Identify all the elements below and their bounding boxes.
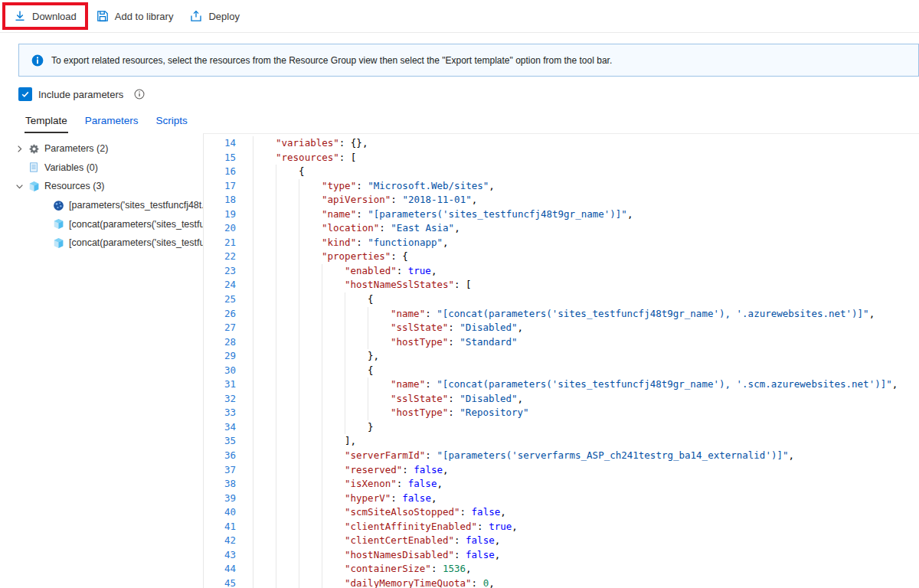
line-number: 35 xyxy=(204,434,253,449)
line-number: 18 xyxy=(204,193,253,207)
token-str: "[concat(parameters('sites_testfuncfj48t… xyxy=(437,308,868,319)
tab-parameters[interactable]: Parameters xyxy=(85,115,139,133)
cube-icon xyxy=(28,181,44,192)
tab-scripts[interactable]: Scripts xyxy=(156,115,188,133)
indent-guide xyxy=(253,406,276,420)
code-text: "dailyMemoryTimeQuota": 0, xyxy=(253,577,495,588)
gear-icon xyxy=(28,143,44,155)
token-key: "reserved" xyxy=(345,464,402,475)
code-line: 30{ xyxy=(204,364,919,378)
indent-guide xyxy=(299,562,322,577)
tree-item[interactable]: [parameters('sites_testfuncfj48t... xyxy=(0,196,203,215)
indent-guide xyxy=(253,292,276,307)
indent-guide xyxy=(253,136,276,151)
indent-guide xyxy=(253,505,276,520)
token-punc: , xyxy=(472,194,478,205)
info-outline-icon[interactable] xyxy=(134,89,145,100)
chevron-right-icon[interactable] xyxy=(15,145,28,153)
token-punc: : xyxy=(379,222,391,234)
indent-guide xyxy=(299,577,322,588)
indent-guide xyxy=(322,562,345,577)
indent-guide xyxy=(253,449,276,463)
token-bool: false xyxy=(408,478,437,489)
code-line: 14"variables": {}, xyxy=(204,136,919,151)
token-str: "[parameters('sites_testfuncfj48t9gr_nam… xyxy=(368,208,627,220)
tree-item[interactable]: Variables (0) xyxy=(0,158,203,178)
token-punc: , xyxy=(431,492,437,504)
line-number: 37 xyxy=(204,463,253,478)
chevron-down-icon[interactable] xyxy=(15,182,28,191)
line-number: 40 xyxy=(204,505,253,520)
template-code-editor[interactable]: 14"variables": {},15"resources": [16{17"… xyxy=(203,133,919,588)
code-line: 23"enabled": true, xyxy=(204,264,919,279)
indent-guide xyxy=(322,477,345,492)
indent-guide xyxy=(345,321,368,335)
code-text: "enabled": true, xyxy=(253,264,437,279)
indent-guide xyxy=(322,307,345,322)
token-punc: , xyxy=(495,534,501,546)
indent-guide xyxy=(276,377,299,392)
token-str: "2018-11-01" xyxy=(402,194,471,205)
token-punc: , xyxy=(443,237,449,248)
indent-guide xyxy=(276,577,299,588)
indent-guide xyxy=(322,520,345,534)
indent-guide xyxy=(276,534,299,548)
indent-guide xyxy=(276,349,299,364)
token-punc: , xyxy=(892,378,898,390)
add-to-library-button[interactable]: Add to library xyxy=(88,4,182,28)
code-text: "isXenon": false, xyxy=(253,477,443,492)
token-punc: { xyxy=(299,165,305,177)
token-punc: : xyxy=(391,194,402,205)
indent-guide xyxy=(253,434,276,449)
indent-guide xyxy=(253,236,276,250)
indent-guide xyxy=(276,193,299,207)
tab-template[interactable]: Template xyxy=(25,115,67,133)
line-number: 26 xyxy=(204,307,253,322)
code-text: "containerSize": 1536, xyxy=(253,562,472,577)
indent-guide xyxy=(345,349,368,364)
indent-guide xyxy=(253,534,276,548)
token-key: "containerSize" xyxy=(345,563,431,574)
deploy-button[interactable]: Deploy xyxy=(182,4,247,28)
code-text: "hostNameSslStates": [ xyxy=(253,278,472,292)
token-bool: false xyxy=(414,464,443,475)
tree-item[interactable]: Resources (3) xyxy=(0,177,203,196)
token-key: "enabled" xyxy=(345,265,397,276)
token-punc: : xyxy=(460,506,472,518)
token-punc: : xyxy=(448,407,460,418)
line-number: 25 xyxy=(204,292,253,307)
token-punc: : xyxy=(448,322,460,333)
indent-guide xyxy=(253,250,276,264)
indent-guide xyxy=(345,292,368,307)
indent-guide xyxy=(345,364,368,378)
indent-guide xyxy=(368,406,391,420)
tree-item[interactable]: [concat(parameters('sites_testfu... xyxy=(0,214,203,234)
download-button[interactable]: Download xyxy=(2,2,88,30)
indent-guide xyxy=(276,505,299,520)
code-lines: 14"variables": {},15"resources": [16{17"… xyxy=(204,136,919,588)
token-key: "name" xyxy=(322,208,356,220)
indent-guide xyxy=(299,377,322,392)
deploy-label: Deploy xyxy=(208,11,239,22)
tree-item[interactable]: [concat(parameters('sites_testfu... xyxy=(0,234,203,253)
token-punc: , xyxy=(489,180,495,191)
token-punc: }, xyxy=(368,350,379,361)
line-number: 28 xyxy=(204,335,253,350)
include-parameters-checkbox[interactable] xyxy=(18,87,32,101)
token-str: "functionapp" xyxy=(368,237,443,248)
code-line: 42"clientCertEnabled": false, xyxy=(204,534,919,548)
token-punc: : xyxy=(425,308,437,319)
token-punc: , xyxy=(869,308,875,319)
indent-guide xyxy=(299,207,322,222)
indent-guide xyxy=(299,534,322,548)
tree-item[interactable]: Parameters (2) xyxy=(0,139,203,158)
code-line: 25{ xyxy=(204,292,919,307)
code-line: 15"resources": [ xyxy=(204,151,919,165)
code-line: 29}, xyxy=(204,349,919,364)
indent-guide xyxy=(299,179,322,194)
indent-guide xyxy=(253,264,276,279)
indent-guide xyxy=(276,434,299,449)
code-text: "location": "East Asia", xyxy=(253,221,460,236)
indent-guide xyxy=(276,392,299,407)
code-line: 17"type": "Microsoft.Web/sites", xyxy=(204,179,919,194)
